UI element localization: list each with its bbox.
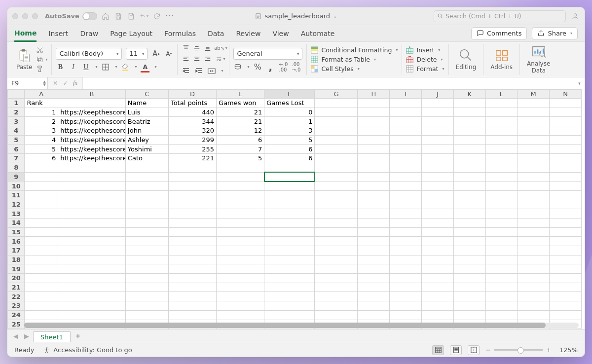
cell-C22[interactable] xyxy=(125,292,168,301)
cell-J11[interactable] xyxy=(422,190,454,200)
row-header-2[interactable]: 2 xyxy=(8,108,25,117)
cell-F6[interactable]: 6 xyxy=(264,145,315,154)
cell-E14[interactable] xyxy=(217,218,264,227)
cell-B6[interactable]: https://keepthescore.co xyxy=(58,145,126,154)
cell-M19[interactable] xyxy=(518,264,550,274)
cell-E4[interactable]: 12 xyxy=(217,126,264,136)
cell-I10[interactable] xyxy=(390,182,422,191)
cell-B11[interactable] xyxy=(58,190,126,200)
tab-insert[interactable]: Insert xyxy=(48,25,68,41)
cell-J20[interactable] xyxy=(422,274,454,283)
cell-H12[interactable] xyxy=(358,200,390,209)
cell-I3[interactable] xyxy=(390,117,422,126)
cell-C24[interactable] xyxy=(125,310,168,320)
cell-C12[interactable] xyxy=(125,200,168,209)
cell-A5[interactable]: 4 xyxy=(25,135,58,145)
cell-N24[interactable] xyxy=(550,310,582,320)
cell-F4[interactable]: 3 xyxy=(264,126,315,136)
row-header-10[interactable]: 10 xyxy=(8,182,25,191)
cell-A11[interactable] xyxy=(25,190,58,200)
cell-D16[interactable] xyxy=(168,237,216,246)
cell-C8[interactable] xyxy=(125,163,168,172)
cell-D8[interactable] xyxy=(168,163,216,172)
cell-E22[interactable] xyxy=(217,292,264,301)
cell-J18[interactable] xyxy=(422,255,454,264)
zoom-in-icon[interactable]: + xyxy=(546,346,552,354)
cell-C20[interactable] xyxy=(125,274,168,283)
increase-font-icon[interactable]: A▴ xyxy=(151,49,160,58)
cell-A15[interactable] xyxy=(25,227,58,237)
cell-G6[interactable] xyxy=(315,145,358,154)
align-right-icon[interactable] xyxy=(203,55,212,64)
cell-N15[interactable] xyxy=(550,227,582,237)
cell-F9[interactable] xyxy=(264,172,315,182)
zoom-slider[interactable] xyxy=(494,349,543,351)
cell-G3[interactable] xyxy=(315,117,358,126)
cell-M7[interactable] xyxy=(518,154,550,163)
cell-B1[interactable] xyxy=(58,99,126,108)
format-painter-button[interactable] xyxy=(36,65,47,73)
comma-icon[interactable]: , xyxy=(266,63,275,72)
cell-E6[interactable]: 7 xyxy=(217,145,264,154)
cell-J2[interactable] xyxy=(422,108,454,117)
col-header-B[interactable]: B xyxy=(58,90,126,99)
cell-I18[interactable] xyxy=(390,255,422,264)
cell-B4[interactable]: https://keepthescore.co xyxy=(58,126,126,136)
cell-A6[interactable]: 5 xyxy=(25,145,58,154)
cell-B20[interactable] xyxy=(58,274,126,283)
cell-M1[interactable] xyxy=(518,99,550,108)
cell-H20[interactable] xyxy=(358,274,390,283)
cell-C6[interactable]: Yoshimi xyxy=(125,145,168,154)
cell-A17[interactable] xyxy=(25,246,58,255)
cell-E24[interactable] xyxy=(217,310,264,320)
cell-C19[interactable] xyxy=(125,264,168,274)
cell-B24[interactable] xyxy=(58,310,126,320)
cell-N19[interactable] xyxy=(550,264,582,274)
row-header-20[interactable]: 20 xyxy=(8,274,25,283)
cell-I15[interactable] xyxy=(390,227,422,237)
conditional-formatting-button[interactable]: Conditional Formatting▾ xyxy=(311,46,398,54)
cell-J7[interactable] xyxy=(422,154,454,163)
cell-N8[interactable] xyxy=(550,163,582,172)
cell-G24[interactable] xyxy=(315,310,358,320)
cell-K6[interactable] xyxy=(453,145,485,154)
cell-N14[interactable] xyxy=(550,218,582,227)
cell-H14[interactable] xyxy=(358,218,390,227)
cell-J14[interactable] xyxy=(422,218,454,227)
cell-L15[interactable] xyxy=(485,227,518,237)
cell-M20[interactable] xyxy=(518,274,550,283)
home-icon[interactable] xyxy=(101,12,110,21)
cell-M8[interactable] xyxy=(518,163,550,172)
cell-D7[interactable]: 221 xyxy=(168,154,216,163)
cell-L21[interactable] xyxy=(485,283,518,292)
cell-J5[interactable] xyxy=(422,135,454,145)
font-color-button[interactable]: A xyxy=(141,63,149,72)
cell-H3[interactable] xyxy=(358,117,390,126)
cell-L20[interactable] xyxy=(485,274,518,283)
col-header-C[interactable]: C xyxy=(125,90,168,99)
cell-J23[interactable] xyxy=(422,301,454,311)
cell-D3[interactable]: 344 xyxy=(168,117,216,126)
cell-L14[interactable] xyxy=(485,218,518,227)
cell-J24[interactable] xyxy=(422,310,454,320)
row-header-13[interactable]: 13 xyxy=(8,209,25,218)
cell-N3[interactable] xyxy=(550,117,582,126)
tab-data[interactable]: Data xyxy=(208,25,224,41)
cell-C15[interactable] xyxy=(125,227,168,237)
cell-K22[interactable] xyxy=(453,292,485,301)
cell-A19[interactable] xyxy=(25,264,58,274)
cell-N11[interactable] xyxy=(550,190,582,200)
cell-A22[interactable] xyxy=(25,292,58,301)
cell-D24[interactable] xyxy=(168,310,216,320)
cell-C7[interactable]: Cato xyxy=(125,154,168,163)
decrease-indent-icon[interactable] xyxy=(182,67,190,75)
cell-M4[interactable] xyxy=(518,126,550,136)
cell-I14[interactable] xyxy=(390,218,422,227)
col-header-A[interactable]: A xyxy=(25,90,58,99)
cell-G8[interactable] xyxy=(315,163,358,172)
sheet-prev-icon[interactable]: ◀ xyxy=(11,332,20,340)
cell-L12[interactable] xyxy=(485,200,518,209)
align-middle-icon[interactable] xyxy=(192,44,201,53)
row-header-24[interactable]: 24 xyxy=(8,310,25,320)
row-header-7[interactable]: 7 xyxy=(8,154,25,163)
